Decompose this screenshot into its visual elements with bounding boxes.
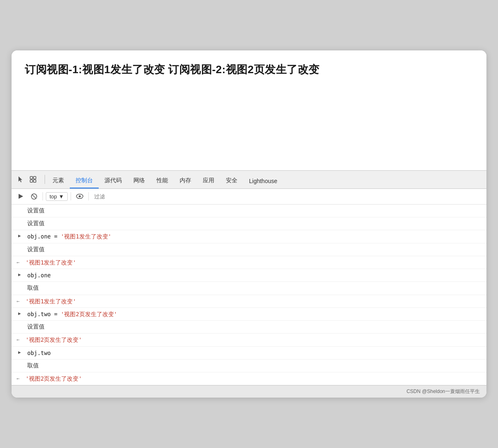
filter-input[interactable] xyxy=(92,193,483,200)
console-label: 设置值 xyxy=(27,219,45,228)
expand-arrow-icon: ▶ xyxy=(18,232,26,240)
console-return-row: ← '视图1发生了改变' xyxy=(12,295,486,308)
eye-button[interactable] xyxy=(74,191,85,202)
spacer xyxy=(18,219,26,220)
inspect-icon[interactable] xyxy=(27,172,39,187)
tab-console[interactable]: 控制台 xyxy=(70,171,99,188)
svg-point-8 xyxy=(78,195,81,198)
console-row: 设置值 xyxy=(12,321,486,334)
spacer xyxy=(18,362,26,362)
toolbar-separator xyxy=(43,192,43,200)
console-row: 取值 xyxy=(12,360,486,372)
svg-rect-2 xyxy=(30,180,33,182)
console-return-row: ← '视图2页发生了改变' xyxy=(12,334,486,346)
expand-arrow-icon: ▶ xyxy=(18,271,26,279)
console-output: 设置值 设置值 ▶ obj.one = '视图1发生了改变' 设置值 ← '视图… xyxy=(12,205,486,386)
spacer xyxy=(18,284,26,284)
svg-marker-4 xyxy=(19,194,23,199)
return-arrow-icon: ← xyxy=(17,258,24,266)
console-code: obj.two = '视图2页发生了改变' xyxy=(27,310,117,318)
console-row: 设置值 xyxy=(12,243,486,256)
context-selector[interactable]: top ▼ xyxy=(46,192,68,201)
console-code: obj.two xyxy=(27,349,51,357)
console-return-row: ← '视图1发生了改变' xyxy=(12,256,486,269)
return-arrow-icon: ← xyxy=(17,336,24,343)
console-label: 取值 xyxy=(27,362,39,370)
icon-group xyxy=(15,171,39,188)
footer-text: CSDN @Sheldon一蓑烟雨任平生 xyxy=(406,388,480,394)
console-code: obj.one = '视图1发生了改变' xyxy=(27,232,111,241)
spacer xyxy=(18,207,26,207)
svg-rect-1 xyxy=(33,176,36,179)
return-value: '视图1发生了改变' xyxy=(26,258,76,267)
spacer xyxy=(18,245,26,246)
devtools-panel: 元素 控制台 源代码 网络 性能 内存 应用 安全 xyxy=(12,170,486,386)
tab-network[interactable]: 网络 xyxy=(128,171,151,188)
tab-divider xyxy=(45,175,45,184)
console-label: 取值 xyxy=(27,284,39,292)
console-label: 设置值 xyxy=(27,245,45,254)
return-value: '视图2页发生了改变' xyxy=(26,374,82,383)
console-return-row: ← '视图2页发生了改变' xyxy=(12,372,486,385)
return-value: '视图1发生了改变' xyxy=(26,297,76,305)
main-container: 订阅视图-1:视图1发生了改变 订阅视图-2:视图2页发生了改变 xyxy=(12,50,486,398)
tab-sources[interactable]: 源代码 xyxy=(99,171,128,188)
return-arrow-icon: ← xyxy=(17,374,24,382)
return-value: '视图2页发生了改变' xyxy=(26,336,82,344)
spacer xyxy=(18,323,26,323)
expand-arrow-icon: ▶ xyxy=(18,349,26,356)
footer-bar: CSDN @Sheldon一蓑烟雨任平生 xyxy=(12,385,486,398)
console-expand-row[interactable]: ▶ obj.one = '视图1发生了改变' xyxy=(12,230,486,243)
cursor-icon[interactable] xyxy=(15,172,26,187)
svg-rect-3 xyxy=(33,180,36,182)
expand-arrow-icon: ▶ xyxy=(18,310,26,317)
toolbar-separator-2 xyxy=(71,192,71,200)
tab-elements[interactable]: 元素 xyxy=(47,171,70,188)
tab-security[interactable]: 安全 xyxy=(220,171,243,188)
console-row: 取值 xyxy=(12,282,486,295)
svg-rect-0 xyxy=(30,176,33,179)
console-expand-row[interactable]: ▶ obj.two = '视图2页发生了改变' xyxy=(12,308,486,321)
clear-button[interactable] xyxy=(28,191,40,202)
console-row: 设置值 xyxy=(12,205,486,217)
console-expand-row[interactable]: ▶ obj.one xyxy=(12,269,486,282)
console-label: 设置值 xyxy=(27,207,45,215)
tab-lighthouse[interactable]: Lighthouse xyxy=(243,171,283,188)
devtools-tabs-bar: 元素 控制台 源代码 网络 性能 内存 应用 安全 xyxy=(12,171,486,189)
console-label: 设置值 xyxy=(27,323,45,331)
toolbar-separator-3 xyxy=(88,192,89,200)
console-code: obj.one xyxy=(27,271,51,279)
return-arrow-icon: ← xyxy=(17,297,24,305)
console-row: 设置值 xyxy=(12,217,486,230)
page-title: 订阅视图-1:视图1发生了改变 订阅视图-2:视图2页发生了改变 xyxy=(25,62,473,77)
run-button[interactable] xyxy=(15,191,26,202)
browser-content: 订阅视图-1:视图1发生了改变 订阅视图-2:视图2页发生了改变 xyxy=(12,50,486,170)
console-expand-row[interactable]: ▶ obj.two xyxy=(12,347,486,360)
tab-performance[interactable]: 性能 xyxy=(151,171,174,188)
console-toolbar: top ▼ xyxy=(12,189,486,205)
tab-memory[interactable]: 内存 xyxy=(174,171,197,188)
svg-line-6 xyxy=(32,195,36,198)
tab-application[interactable]: 应用 xyxy=(197,171,220,188)
